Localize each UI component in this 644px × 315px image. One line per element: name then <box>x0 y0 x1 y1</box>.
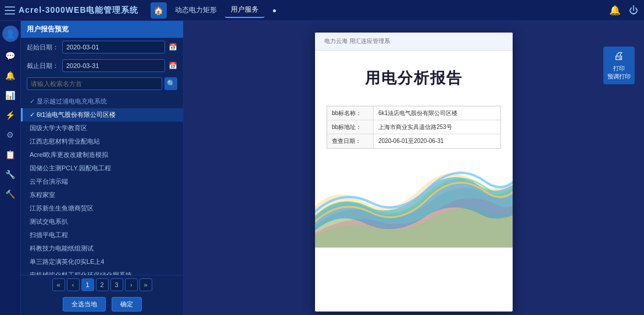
report-info-value-date: 2020-06-01至2020-06-31 <box>374 134 448 148</box>
report-info-value-name: 6k1油店电气股份有限公司区楼 <box>374 106 462 120</box>
list-item[interactable]: ✓ 显示越过浦电电充电系统 <box>21 95 183 108</box>
list-item[interactable]: 单三路定满英化(0实LE上4 <box>21 255 183 269</box>
start-date-label: 起始日期： <box>27 43 59 52</box>
panel-header: 用户报告预览 <box>21 21 183 38</box>
confirm-button[interactable]: 确定 <box>112 297 142 312</box>
list-item[interactable]: 东程家室 <box>21 188 183 202</box>
power-button-icon[interactable]: ⏻ <box>628 5 639 16</box>
list-item[interactable]: 国储公主测PCLY.园配电工程 <box>21 162 183 175</box>
report-info-label-date: 查查日期： <box>327 134 374 148</box>
report-info-label-name: bb标名称： <box>327 106 374 120</box>
sidebar-item-settings[interactable]: ⚙ <box>2 127 19 143</box>
select-all-button[interactable]: 全选当地 <box>63 297 106 312</box>
alert-bell-icon[interactable]: 🔔 <box>609 5 621 16</box>
hamburger-icon[interactable] <box>5 6 15 15</box>
page-2-button[interactable]: 2 <box>96 278 109 291</box>
report-info-value-addr: 上海市商业实具遗信路253号 <box>374 120 457 134</box>
report-info-table: bb标名称： 6k1油店电气股份有限公司区楼 bb标地址： 上海市商业实具遗信路… <box>327 106 501 149</box>
list-item[interactable]: 国级大学大学教育区 <box>21 121 183 135</box>
report-info-row-name: bb标名称： 6k1油店电气股份有限公司区楼 <box>327 106 500 120</box>
sidebar-item-tool[interactable]: 🔧 <box>2 166 19 182</box>
report-main-title: 用电分析报告 <box>327 68 501 88</box>
sidebar-item-report[interactable]: 📋 <box>2 146 19 163</box>
nav-item-user-service[interactable]: 用户服务 <box>225 2 264 18</box>
avatar[interactable]: 👤 <box>2 26 19 42</box>
list-item[interactable]: 科教技力电能纸组测试 <box>21 242 183 255</box>
end-date-calendar-icon[interactable]: 📅 <box>169 62 177 70</box>
page-last-button[interactable]: » <box>139 278 152 291</box>
page-1-button[interactable]: 1 <box>81 278 94 291</box>
list-area: ✓ 显示越过浦电电充电系统 ✓ 6t1油电气股份有限公司区楼 国级大学大学教育区… <box>21 92 183 275</box>
top-bar-right: 🔔 ⏻ <box>609 5 639 16</box>
report-info-row-addr: bb标地址： 上海市商业实具遗信路253号 <box>327 120 500 134</box>
sidebar-item-wrench[interactable]: 🔨 <box>2 186 19 202</box>
sidebar-item-notifications[interactable]: 🔔 <box>2 67 19 84</box>
search-row: 🔍 <box>21 75 183 92</box>
start-date-input[interactable] <box>62 41 165 53</box>
end-date-label: 截止日期： <box>27 62 59 70</box>
app-title: Acrel-3000WEB电能管理系统 <box>19 5 139 16</box>
sidebar-item-messages[interactable]: 💬 <box>2 48 19 64</box>
list-item[interactable]: 安机械骗化料工程化环保绿化网系统 <box>21 269 183 275</box>
page-next-button[interactable]: › <box>125 278 138 291</box>
list-item[interactable]: 云平台演示端 <box>21 175 183 188</box>
sidebar-item-chart[interactable]: 📊 <box>2 87 19 103</box>
print-panel[interactable]: 🖨 打印预调打印 <box>603 46 635 84</box>
start-date-row: 起始日期： 📅 <box>21 38 183 56</box>
page-prev-button[interactable]: ‹ <box>67 278 80 291</box>
report-page: 电力云海 用汇连应管理系 用电分析报告 bb标名称： 6k1油店电气股份有限公司… <box>315 33 513 312</box>
action-row: 全选当地 确定 <box>21 294 183 315</box>
top-bar: Acrel-3000WEB电能管理系统 🏠 动态电力矩形 用户服务 ● 🔔 ⏻ <box>0 0 644 21</box>
left-panel: 用户报告预览 起始日期： 📅 截止日期： 📅 🔍 ✓ 显示越过浦电电充电系统 ✓… <box>21 21 184 315</box>
end-date-row: 截止日期： 📅 <box>21 56 183 75</box>
report-wave-area <box>315 155 513 312</box>
nav-item-dynamic[interactable]: 动态电力矩形 <box>169 3 223 17</box>
page-first-button[interactable]: « <box>52 278 65 291</box>
end-date-input[interactable] <box>62 59 165 72</box>
list-item[interactable]: 江西志慰材料营业配电站 <box>21 135 183 148</box>
right-content: 电力云海 用汇连应管理系 用电分析报告 bb标名称： 6k1油店电气股份有限公司… <box>184 21 644 315</box>
main-area: 👤 💬 🔔 📊 ⚡ ⚙ 📋 🔧 🔨 用户报告预览 起始日期： 📅 截止日期： 📅… <box>0 21 644 315</box>
list-item[interactable]: ✓ 6t1油电气股份有限公司区楼 <box>21 108 183 121</box>
top-nav: 🏠 动态电力矩形 用户服务 ● <box>151 2 282 19</box>
pagination: « ‹ 1 2 3 › » <box>21 275 183 294</box>
search-input[interactable] <box>27 77 162 90</box>
report-info-row-date: 查查日期： 2020-06-01至2020-06-31 <box>327 134 500 148</box>
report-title-area: 用电分析报告 <box>315 51 513 100</box>
report-header-bar: 电力云海 用汇连应管理系 <box>315 33 513 51</box>
sidebar-icons: 👤 💬 🔔 📊 ⚡ ⚙ 📋 🔧 🔨 <box>0 21 21 315</box>
search-button[interactable]: 🔍 <box>164 77 177 90</box>
page-3-button[interactable]: 3 <box>110 278 123 291</box>
nav-item-dot[interactable]: ● <box>267 4 282 17</box>
app-logo: Acrel-3000WEB电能管理系统 <box>5 5 139 16</box>
home-nav-button[interactable]: 🏠 <box>151 2 167 19</box>
list-item[interactable]: 江苏新生生鱼塘商贸区 <box>21 202 183 215</box>
print-label: 打印预调打印 <box>607 65 631 81</box>
report-info-label-addr: bb标地址： <box>327 120 374 134</box>
list-item[interactable]: 扫描平电工程 <box>21 228 183 242</box>
sidebar-item-power[interactable]: ⚡ <box>2 107 19 123</box>
print-icon: 🖨 <box>614 50 624 62</box>
list-item[interactable]: Acrel欧库更改改建制造模拟 <box>21 148 183 162</box>
start-date-calendar-icon[interactable]: 📅 <box>169 43 177 51</box>
list-item[interactable]: 测试交电系扒 <box>21 215 183 228</box>
